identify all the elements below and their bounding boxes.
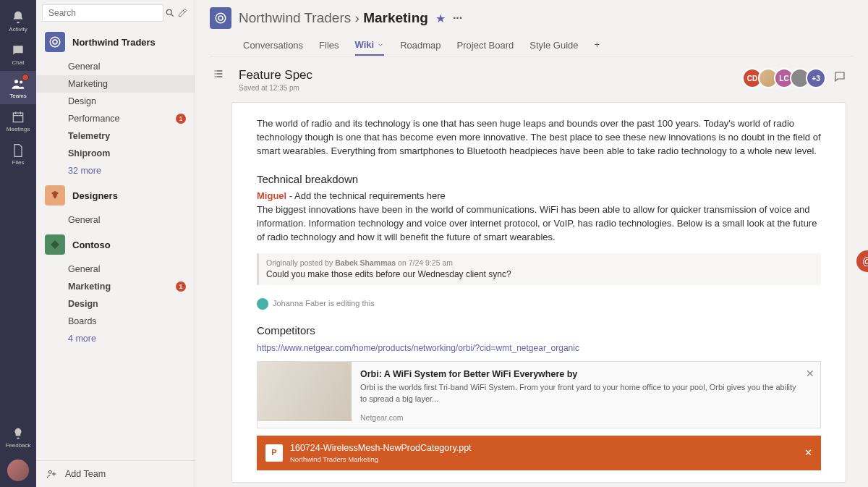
page-title: Feature Spec — [239, 68, 312, 82]
channel-marketing[interactable]: Marketing — [36, 75, 195, 93]
presence-dot — [257, 298, 268, 310]
svg-point-1 — [20, 80, 22, 83]
contoso-logo — [45, 234, 65, 255]
team-contoso[interactable]: Contoso — [36, 229, 195, 261]
rail-meetings[interactable]: Meetings — [0, 104, 36, 137]
main-area: Northwind Traders › Marketing ★ ··· Conv… — [195, 0, 868, 487]
wiki-document[interactable]: The world of radio and its technology is… — [231, 102, 846, 483]
add-team-button[interactable]: Add Team — [36, 460, 195, 487]
unread-badge: 1 — [176, 281, 186, 292]
intro-text: The world of radio and its technology is… — [257, 117, 821, 158]
mention[interactable]: Miguel — [257, 190, 286, 201]
files-icon — [11, 143, 25, 158]
tab-style-guide[interactable]: Style Guide — [529, 35, 578, 56]
page-saved-label: Saved at 12:35 pm — [239, 84, 312, 92]
channel-design[interactable]: Design — [36, 93, 195, 110]
channel-performance[interactable]: Performance1 — [36, 110, 195, 127]
channel-logo — [210, 7, 231, 29]
bell-icon — [11, 10, 25, 25]
rail-chat[interactable]: Chat — [0, 38, 36, 71]
rail-teams[interactable]: Teams — [0, 71, 36, 104]
app-rail: Activity Chat Teams Meetings Files Feedb… — [0, 0, 36, 487]
channel-tabs: Conversations Files Wiki Roadmap Project… — [210, 35, 854, 56]
svg-point-9 — [218, 16, 223, 20]
add-tab-button[interactable]: + — [595, 35, 600, 56]
crumb-team[interactable]: Northwind Traders — [239, 10, 351, 25]
channel-telemetry[interactable]: Telemetry — [36, 127, 195, 145]
team-designers[interactable]: Designers — [36, 179, 195, 211]
bulb-icon — [11, 426, 25, 441]
conversation-icon[interactable] — [833, 70, 846, 86]
attachment-card[interactable]: P 160724-WirelessMesh-NewProdCategory.pp… — [257, 436, 821, 470]
quoted-reply: Originally posted by Babek Shammas on 7/… — [257, 253, 821, 286]
favorite-icon[interactable]: ★ — [435, 12, 446, 25]
svg-point-7 — [48, 470, 51, 473]
team-name-label: Northwind Traders — [72, 37, 156, 48]
svg-point-2 — [166, 9, 171, 14]
powerpoint-icon: P — [265, 444, 283, 462]
rail-files[interactable]: Files — [0, 137, 36, 171]
add-team-label: Add Team — [65, 469, 106, 479]
card-description: Orbi is the worlds first Tri-band WiFi S… — [360, 382, 800, 405]
chevron-down-icon — [377, 41, 384, 48]
breadcrumb: Northwind Traders › Marketing ★ ··· — [210, 7, 854, 29]
channels-more[interactable]: 4 more — [36, 330, 195, 347]
svg-point-3 — [50, 37, 60, 47]
teams-sidebar: Northwind Traders General Marketing Desi… — [36, 0, 195, 487]
notification-badge — [22, 74, 29, 81]
team-northwind[interactable]: Northwind Traders — [36, 26, 195, 58]
rail-activity[interactable]: Activity — [0, 4, 36, 38]
tab-wiki[interactable]: Wiki — [355, 35, 385, 56]
search-input[interactable] — [42, 4, 163, 22]
mention-fab[interactable]: @ — [856, 250, 868, 272]
svg-point-6 — [56, 192, 59, 195]
compose-icon[interactable] — [176, 8, 190, 18]
editing-indicator: Johanna Faber is editing this — [257, 298, 821, 310]
team-name-label: Designers — [72, 190, 118, 201]
card-image — [258, 362, 352, 421]
close-icon[interactable]: ✕ — [806, 366, 814, 381]
add-team-icon — [46, 468, 58, 480]
toc-icon[interactable] — [213, 68, 224, 82]
tab-files[interactable]: Files — [319, 35, 339, 56]
crumb-channel: Marketing — [363, 10, 428, 25]
external-link[interactable]: https://www.netgear.com/home/products/ne… — [257, 343, 579, 353]
channel-marketing[interactable]: Marketing1 — [36, 278, 195, 295]
tab-roadmap[interactable]: Roadmap — [400, 35, 441, 56]
channels-more[interactable]: 32 more — [36, 162, 195, 179]
designers-logo — [45, 185, 65, 206]
svg-point-8 — [216, 13, 226, 23]
search-icon[interactable] — [163, 8, 176, 18]
channel-boards[interactable]: Boards — [36, 313, 195, 330]
card-source: Netgear.com — [360, 412, 800, 423]
svg-point-0 — [14, 80, 18, 83]
section-heading: Competitors — [257, 323, 821, 339]
close-icon[interactable]: ✕ — [804, 446, 812, 460]
card-title: Orbi: A WiFi System for Better WiFi Ever… — [360, 368, 800, 381]
tech-body: The biggest innovations have been in the… — [257, 203, 821, 245]
more-icon[interactable]: ··· — [453, 12, 462, 25]
link-preview-card[interactable]: Orbi: A WiFi System for Better WiFi Ever… — [257, 361, 821, 428]
user-avatar[interactable] — [7, 460, 29, 481]
member-more[interactable]: +3 — [806, 68, 826, 88]
channel-general[interactable]: General — [36, 261, 195, 278]
team-name-label: Contoso — [72, 240, 111, 250]
unread-badge: 1 — [176, 114, 186, 124]
tab-conversations[interactable]: Conversations — [243, 35, 303, 56]
svg-point-4 — [53, 40, 57, 44]
svg-point-5 — [52, 192, 54, 195]
rail-feedback[interactable]: Feedback — [0, 420, 36, 454]
calendar-icon — [11, 110, 25, 124]
chat-icon — [11, 43, 25, 58]
attachment-name: 160724-WirelessMesh-NewProdCategory.ppt — [290, 441, 472, 454]
channel-general[interactable]: General — [36, 58, 195, 75]
channel-shiproom[interactable]: Shiproom — [36, 145, 195, 162]
channel-general[interactable]: General — [36, 211, 195, 229]
attachment-location: Northwind Traders Marketing — [290, 454, 472, 465]
page-members: CD LC +3 — [746, 68, 846, 88]
section-heading: Technical breakdown — [257, 171, 821, 187]
channel-design[interactable]: Design — [36, 295, 195, 313]
northwind-logo — [45, 32, 65, 52]
tab-project-board[interactable]: Project Board — [457, 35, 514, 56]
